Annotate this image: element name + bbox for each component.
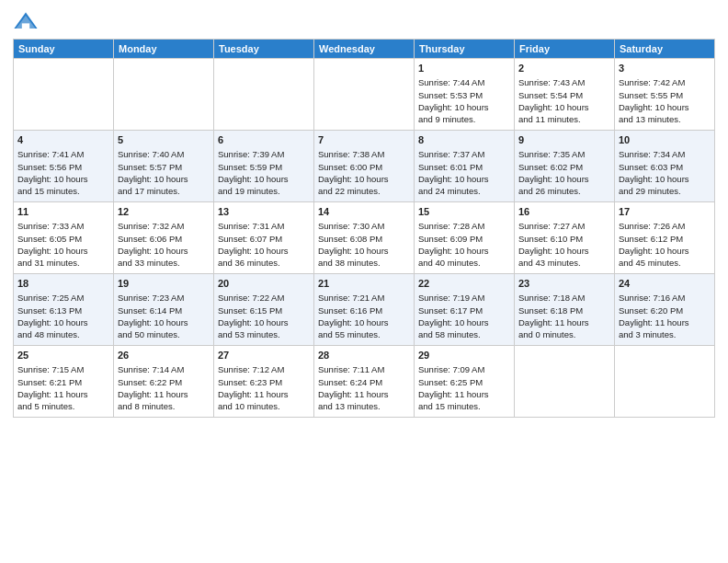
- cell-content: and 0 minutes.: [518, 328, 610, 340]
- calendar-cell: 17Sunrise: 7:26 AMSunset: 6:12 PMDayligh…: [615, 202, 715, 274]
- cell-content: Sunrise: 7:32 AM: [118, 220, 210, 232]
- cell-content: Sunset: 6:14 PM: [118, 304, 210, 316]
- calendar-cell: [214, 59, 314, 131]
- week-row-2: 4Sunrise: 7:41 AMSunset: 5:56 PMDaylight…: [14, 131, 715, 202]
- calendar-cell: 28Sunrise: 7:11 AMSunset: 6:24 PMDayligh…: [314, 346, 415, 418]
- cell-content: Sunset: 6:00 PM: [318, 161, 410, 173]
- day-number: 18: [17, 277, 109, 291]
- cell-content: Sunrise: 7:39 AM: [218, 148, 310, 160]
- cell-content: and 11 minutes.: [518, 113, 610, 125]
- day-number: 7: [318, 133, 410, 147]
- calendar-cell: 3Sunrise: 7:42 AMSunset: 5:55 PMDaylight…: [615, 59, 715, 131]
- cell-content: Daylight: 10 hours: [17, 245, 109, 257]
- cell-content: and 22 minutes.: [318, 185, 410, 197]
- cell-content: and 38 minutes.: [318, 257, 410, 269]
- calendar-cell: 21Sunrise: 7:21 AMSunset: 6:16 PMDayligh…: [314, 274, 415, 346]
- calendar-cell: [615, 346, 715, 418]
- day-number: 12: [118, 205, 210, 219]
- cell-content: Sunrise: 7:14 AM: [118, 363, 210, 375]
- logo: [13, 9, 42, 35]
- cell-content: Sunrise: 7:18 AM: [518, 292, 610, 304]
- cell-content: Daylight: 10 hours: [619, 173, 711, 185]
- cell-content: Sunset: 6:25 PM: [418, 376, 510, 388]
- cell-content: and 58 minutes.: [418, 328, 510, 340]
- cell-content: Daylight: 10 hours: [17, 316, 109, 328]
- cell-content: Sunset: 6:16 PM: [318, 304, 410, 316]
- cell-content: Sunrise: 7:41 AM: [17, 148, 109, 160]
- calendar-cell: 9Sunrise: 7:35 AMSunset: 6:02 PMDaylight…: [515, 131, 615, 202]
- cell-content: Sunset: 5:57 PM: [118, 161, 210, 173]
- cell-content: Daylight: 11 hours: [118, 388, 210, 400]
- cell-content: Daylight: 10 hours: [418, 101, 510, 113]
- calendar-cell: 29Sunrise: 7:09 AMSunset: 6:25 PMDayligh…: [415, 346, 515, 418]
- main-container: SundayMondayTuesdayWednesdayThursdayFrid…: [0, 0, 728, 423]
- col-header-monday: Monday: [114, 40, 214, 59]
- cell-content: Sunrise: 7:15 AM: [17, 363, 109, 375]
- calendar-cell: 5Sunrise: 7:40 AMSunset: 5:57 PMDaylight…: [114, 131, 214, 202]
- day-number: 19: [118, 277, 210, 291]
- cell-content: Sunrise: 7:26 AM: [619, 220, 711, 232]
- cell-content: Daylight: 10 hours: [619, 245, 711, 257]
- cell-content: and 29 minutes.: [619, 185, 711, 197]
- cell-content: Sunrise: 7:23 AM: [118, 292, 210, 304]
- cell-content: Sunset: 5:54 PM: [518, 89, 610, 101]
- day-number: 3: [619, 62, 711, 75]
- day-number: 23: [518, 277, 610, 291]
- cell-content: Daylight: 10 hours: [318, 316, 410, 328]
- cell-content: Sunset: 6:01 PM: [418, 161, 510, 173]
- day-number: 17: [619, 205, 711, 219]
- calendar-cell: 18Sunrise: 7:25 AMSunset: 6:13 PMDayligh…: [14, 274, 114, 346]
- cell-content: Daylight: 10 hours: [318, 173, 410, 185]
- calendar-cell: 16Sunrise: 7:27 AMSunset: 6:10 PMDayligh…: [515, 202, 615, 274]
- calendar-cell: [515, 346, 615, 418]
- calendar-cell: [14, 59, 114, 131]
- cell-content: and 26 minutes.: [518, 185, 610, 197]
- cell-content: Daylight: 10 hours: [218, 316, 310, 328]
- cell-content: Daylight: 10 hours: [118, 316, 210, 328]
- cell-content: Sunrise: 7:34 AM: [619, 148, 711, 160]
- calendar-cell: 27Sunrise: 7:12 AMSunset: 6:23 PMDayligh…: [214, 346, 314, 418]
- cell-content: and 13 minutes.: [318, 400, 410, 412]
- cell-content: and 10 minutes.: [218, 400, 310, 412]
- cell-content: Sunrise: 7:37 AM: [418, 148, 510, 160]
- calendar-cell: 11Sunrise: 7:33 AMSunset: 6:05 PMDayligh…: [14, 202, 114, 274]
- header: [13, 9, 715, 35]
- calendar-cell: 23Sunrise: 7:18 AMSunset: 6:18 PMDayligh…: [515, 274, 615, 346]
- day-number: 4: [17, 133, 109, 147]
- cell-content: Daylight: 11 hours: [619, 316, 711, 328]
- cell-content: Sunrise: 7:35 AM: [518, 148, 610, 160]
- cell-content: Sunset: 5:56 PM: [17, 161, 109, 173]
- cell-content: and 24 minutes.: [418, 185, 510, 197]
- cell-content: and 5 minutes.: [17, 400, 109, 412]
- calendar-cell: 12Sunrise: 7:32 AMSunset: 6:06 PMDayligh…: [114, 202, 214, 274]
- cell-content: Daylight: 10 hours: [218, 173, 310, 185]
- calendar-cell: 4Sunrise: 7:41 AMSunset: 5:56 PMDaylight…: [14, 131, 114, 202]
- cell-content: Sunset: 6:13 PM: [17, 304, 109, 316]
- calendar-cell: 8Sunrise: 7:37 AMSunset: 6:01 PMDaylight…: [415, 131, 515, 202]
- col-header-saturday: Saturday: [615, 40, 715, 59]
- cell-content: Sunset: 6:20 PM: [619, 304, 711, 316]
- day-number: 25: [17, 349, 109, 362]
- day-number: 6: [218, 133, 310, 147]
- day-number: 26: [118, 349, 210, 362]
- cell-content: and 43 minutes.: [518, 257, 610, 269]
- cell-content: Sunset: 6:21 PM: [17, 376, 109, 388]
- cell-content: Daylight: 10 hours: [418, 316, 510, 328]
- col-header-sunday: Sunday: [14, 40, 114, 59]
- cell-content: Sunrise: 7:42 AM: [619, 76, 711, 88]
- calendar-cell: 1Sunrise: 7:44 AMSunset: 5:53 PMDaylight…: [415, 59, 515, 131]
- cell-content: Daylight: 10 hours: [118, 245, 210, 257]
- cell-content: Sunset: 6:23 PM: [218, 376, 310, 388]
- cell-content: Sunset: 6:06 PM: [118, 233, 210, 245]
- cell-content: Daylight: 11 hours: [518, 316, 610, 328]
- calendar-cell: 13Sunrise: 7:31 AMSunset: 6:07 PMDayligh…: [214, 202, 314, 274]
- calendar-cell: 2Sunrise: 7:43 AMSunset: 5:54 PMDaylight…: [515, 59, 615, 131]
- day-number: 13: [218, 205, 310, 219]
- cell-content: Daylight: 10 hours: [418, 245, 510, 257]
- cell-content: Daylight: 11 hours: [418, 388, 510, 400]
- day-number: 5: [118, 133, 210, 147]
- cell-content: Sunset: 6:22 PM: [118, 376, 210, 388]
- cell-content: Sunset: 6:05 PM: [17, 233, 109, 245]
- calendar-cell: 15Sunrise: 7:28 AMSunset: 6:09 PMDayligh…: [415, 202, 515, 274]
- cell-content: Sunset: 5:55 PM: [619, 89, 711, 101]
